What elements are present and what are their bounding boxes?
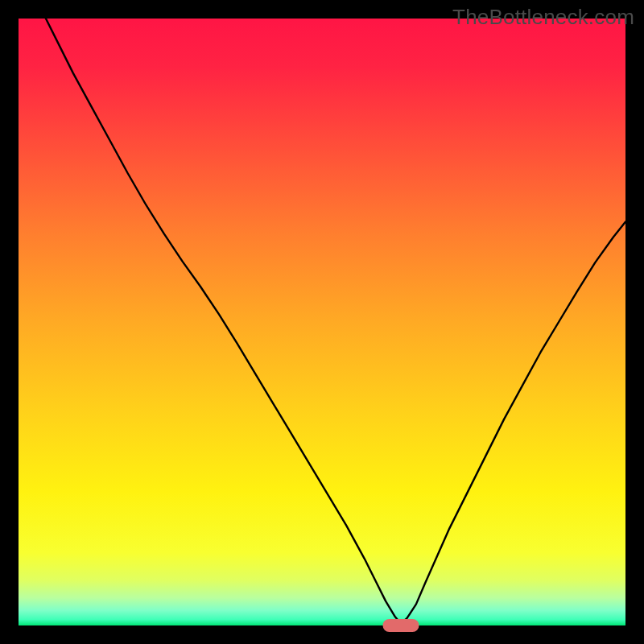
plot-svg: [19, 19, 625, 625]
gradient-background: [19, 19, 625, 625]
watermark-text: TheBottleneck.com: [452, 5, 634, 30]
plot-area: [19, 19, 625, 625]
optimal-marker: [383, 619, 419, 632]
chart-frame: TheBottleneck.com: [0, 0, 644, 644]
